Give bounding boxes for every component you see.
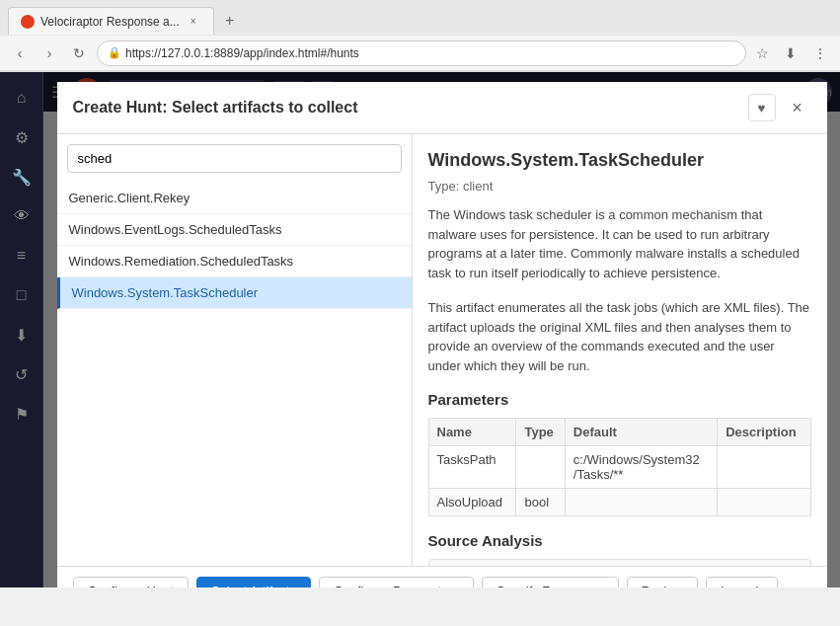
col-description: Description <box>718 419 810 446</box>
tab-bar: Velociraptor Response a... × + <box>0 0 840 36</box>
tab-favicon <box>21 15 35 29</box>
refresh-button[interactable]: ↻ <box>67 41 91 65</box>
content-area: ☰ V 🔍 ▾ DESKTOP-DH3NS2P.home.arpa Connec… <box>43 72 840 587</box>
sidebar-icon-box[interactable]: □ <box>4 277 39 313</box>
artifact-item-windows-system-taskscheduler[interactable]: Windows.System.TaskScheduler <box>57 277 412 309</box>
new-tab-button[interactable]: + <box>218 9 242 33</box>
col-type: Type <box>516 419 565 446</box>
detail-description-2: This artifact enumerates all the task jo… <box>428 298 811 375</box>
sidebar-icon-flag[interactable]: ⚑ <box>4 396 39 431</box>
source-section: Source Analysis 1 LET Uploads = SELECT N… <box>428 532 811 566</box>
bookmark-button[interactable]: ☆ <box>752 45 773 61</box>
lock-icon: 🔒 <box>108 46 121 59</box>
download-button[interactable]: ⬇ <box>779 41 802 65</box>
artifact-item-windows-eventlogs-scheduledtasks[interactable]: Windows.EventLogs.ScheduledTasks <box>57 214 412 246</box>
close-button[interactable]: × <box>784 94 811 121</box>
left-panel: Generic.Client.Rekey Windows.EventLogs.S… <box>57 134 413 566</box>
configure-parameters-button[interactable]: Configure Parameters <box>319 577 474 587</box>
param-name-alsoupload: AlsoUpload <box>428 489 516 516</box>
detail-type: Type: client <box>428 179 811 194</box>
favorite-button[interactable]: ♥ <box>748 94 776 121</box>
table-row: AlsoUpload bool <box>428 489 810 516</box>
sidebar-icon-down[interactable]: ⬇ <box>4 317 39 352</box>
detail-description-1: The Windows task scheduler is a common m… <box>428 205 811 282</box>
browser-chrome: Velociraptor Response a... × + ‹ › ↻ 🔒 h… <box>0 0 840 72</box>
modal-header-actions: ♥ × <box>748 94 811 121</box>
parameters-table: Name Type Default Description TasksPath <box>428 418 811 516</box>
tab-title: Velociraptor Response a... <box>40 15 180 29</box>
param-type-taskspath <box>516 446 565 489</box>
browser-tab[interactable]: Velociraptor Response a... × <box>8 7 214 35</box>
source-title: Source Analysis <box>428 532 811 549</box>
right-panel: Windows.System.TaskScheduler Type: clien… <box>413 134 827 566</box>
param-desc-taskspath <box>718 446 810 489</box>
menu-button[interactable]: ⋮ <box>808 41 832 65</box>
code-block: 1 LET Uploads = SELECT Name , FullPath <box>428 559 811 566</box>
modal-body: Generic.Client.Rekey Windows.EventLogs.S… <box>57 134 827 566</box>
launch-button[interactable]: Launch <box>706 577 778 587</box>
forward-button[interactable]: › <box>38 41 61 65</box>
sidebar-icon-home[interactable]: ⌂ <box>4 80 39 116</box>
sidebar-icon-tools[interactable]: 🔧 <box>4 159 39 195</box>
detail-title: Windows.System.TaskScheduler <box>428 150 811 171</box>
back-button[interactable]: ‹ <box>8 41 32 65</box>
artifact-list: Generic.Client.Rekey Windows.EventLogs.S… <box>57 183 412 566</box>
param-type-alsoupload: bool <box>516 489 565 516</box>
param-default-taskspath: c:/Windows/System32 /Tasks/** <box>565 446 717 489</box>
sidebar-icon-view[interactable]: 👁 <box>4 198 39 234</box>
col-name: Name <box>428 419 516 446</box>
modal-header: Create Hunt: Select artifacts to collect… <box>57 82 827 134</box>
tab-close-button[interactable]: × <box>186 14 201 30</box>
sidebar-icon-list[interactable]: ≡ <box>4 238 39 274</box>
table-row: TasksPath c:/Windows/System32 /Tasks/** <box>428 446 810 489</box>
specify-resources-button[interactable]: Specify Resources <box>482 577 618 587</box>
artifact-search-input[interactable] <box>67 144 402 173</box>
artifact-item-windows-remediation-scheduledtasks[interactable]: Windows.Remediation.ScheduledTasks <box>57 246 412 277</box>
select-artifacts-button[interactable]: Select Artifacts <box>196 577 311 587</box>
col-default: Default <box>565 419 717 446</box>
param-default-alsoupload <box>565 489 717 516</box>
artifact-item-generic-client-rekey[interactable]: Generic.Client.Rekey <box>57 183 412 214</box>
url-bar[interactable]: 🔒 https://127.0.0.1:8889/app/index.html#… <box>97 40 746 66</box>
modal-overlay: Create Hunt: Select artifacts to collect… <box>43 72 840 587</box>
address-bar: ‹ › ↻ 🔒 https://127.0.0.1:8889/app/index… <box>0 36 840 71</box>
sidebar: ⌂ ⚙ 🔧 👁 ≡ □ ⬇ ↺ ⚑ <box>0 72 43 587</box>
modal-title: Create Hunt: Select artifacts to collect <box>73 99 358 117</box>
sidebar-icon-refresh[interactable]: ↺ <box>4 356 39 392</box>
configure-hunt-button[interactable]: Configure Hunt <box>73 577 189 587</box>
main-layout: ⌂ ⚙ 🔧 👁 ≡ □ ⬇ ↺ ⚑ ☰ V 🔍 ▾ DESKTOP-DH3NS2… <box>0 72 840 587</box>
url-text: https://127.0.0.1:8889/app/index.html#/h… <box>125 46 359 60</box>
modal-footer: Configure Hunt Select Artifacts Configur… <box>57 566 827 587</box>
sidebar-icon-settings[interactable]: ⚙ <box>4 119 39 155</box>
modal-dialog: Create Hunt: Select artifacts to collect… <box>57 82 827 587</box>
parameters-section-title: Parameters <box>428 391 811 408</box>
review-button[interactable]: Review <box>627 577 699 587</box>
param-desc-alsoupload <box>718 489 810 516</box>
param-name-taskspath: TasksPath <box>428 446 516 489</box>
